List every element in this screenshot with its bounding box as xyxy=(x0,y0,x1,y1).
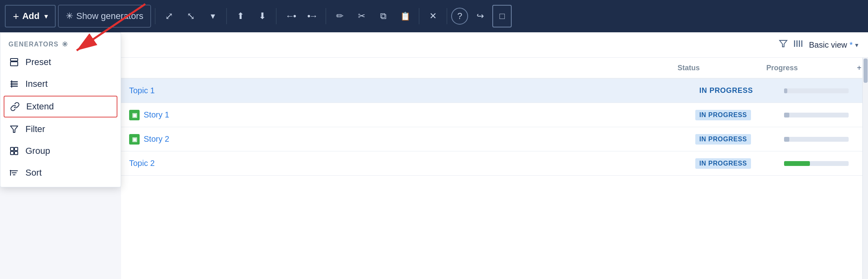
status-badge: IN PROGRESS xyxy=(695,158,751,169)
sort-label: Sort xyxy=(25,168,42,178)
row-name-cell: Topic 1 xyxy=(121,86,690,95)
scroll-thumb[interactable] xyxy=(864,59,868,83)
group-label: Group xyxy=(25,146,50,156)
delete-icon[interactable]: ✕ xyxy=(423,5,443,27)
collapse-arrows-icon[interactable]: ⤡ xyxy=(181,5,201,27)
status-cell: IN PROGRESS xyxy=(690,134,779,145)
filter-button[interactable] xyxy=(778,39,788,51)
progress-bar-fill xyxy=(784,113,789,117)
toolbar-separator-2 xyxy=(226,8,227,24)
status-cell: IN PROGRESS xyxy=(690,158,779,169)
group-icon xyxy=(8,146,20,156)
svg-rect-10 xyxy=(10,147,14,151)
progress-cell xyxy=(779,113,868,117)
preset-menu-item[interactable]: Preset xyxy=(0,51,121,73)
main-content: GENERATORS ✳ Preset xyxy=(0,32,868,279)
progress-bar-bg xyxy=(784,88,849,93)
row-name-text: Topic 1 xyxy=(129,86,155,95)
expand-arrows-icon[interactable]: ⤢ xyxy=(159,5,179,27)
filter-label: Filter xyxy=(25,124,45,134)
scrollbar[interactable] xyxy=(862,58,868,279)
forward-icon[interactable]: •→ xyxy=(302,5,322,27)
table-row[interactable]: Topic 1 IN PROGRESS xyxy=(121,79,868,103)
svg-rect-11 xyxy=(15,147,18,151)
extend-menu-item[interactable]: Extend xyxy=(4,96,117,117)
scissors-icon[interactable]: ✂ xyxy=(352,5,371,27)
paste-icon[interactable]: 📋 xyxy=(395,5,415,27)
add-button[interactable]: + Add ▾ xyxy=(5,5,56,27)
view-controls: Basic view* ▾ xyxy=(121,32,868,58)
view-dropdown-button[interactable]: Basic view* ▾ xyxy=(809,40,858,50)
extend-icon xyxy=(9,102,21,111)
copy-icon[interactable]: ⧉ xyxy=(374,5,393,27)
status-cell: IN PROGRESS xyxy=(690,110,779,120)
row-name-cell: Topic 2 xyxy=(121,159,690,168)
svg-rect-3 xyxy=(10,62,18,66)
table-header: Status Progress + xyxy=(121,58,868,79)
table-area: Basic view* ▾ Status Progress + Topic 1 … xyxy=(121,32,868,279)
table-row[interactable]: Topic 2 IN PROGRESS xyxy=(121,151,868,176)
insert-menu-item[interactable]: Insert xyxy=(0,73,121,95)
progress-cell xyxy=(779,88,868,93)
svg-marker-18 xyxy=(780,40,787,47)
toolbar-separator-5 xyxy=(419,8,419,24)
square-icon[interactable]: □ xyxy=(492,5,512,27)
sort-menu-item[interactable]: Sort xyxy=(0,162,121,184)
toolbar-separator-4 xyxy=(326,8,326,24)
insert-label: Insert xyxy=(25,79,48,89)
toolbar-separator-1 xyxy=(155,8,155,24)
filter-icon xyxy=(8,124,20,134)
edit-icon[interactable]: ✏ xyxy=(330,5,349,27)
insert-icon xyxy=(8,79,20,89)
table-row[interactable]: ▣ Story 2 IN PROGRESS xyxy=(121,127,868,151)
back-icon[interactable]: ←• xyxy=(280,5,300,27)
add-plus-icon: + xyxy=(13,10,19,23)
move-up-icon[interactable]: ⬆ xyxy=(231,5,250,27)
view-label: Basic view xyxy=(809,40,847,50)
progress-bar-bg xyxy=(784,137,849,142)
table-row[interactable]: ▣ Story 1 IN PROGRESS xyxy=(121,103,868,127)
row-name-text: Story 1 xyxy=(144,110,169,120)
row-name-text: Story 2 xyxy=(144,134,169,144)
progress-bar-fill xyxy=(784,88,787,93)
generators-label: GENERATORS xyxy=(8,41,59,48)
status-column-header: Status xyxy=(673,64,761,72)
status-badge: IN PROGRESS xyxy=(695,85,757,96)
progress-bar-bg xyxy=(784,113,849,117)
show-generators-button[interactable]: ✳ Show generators xyxy=(58,5,151,27)
toolbar-separator-6 xyxy=(447,8,447,24)
progress-bar-fill xyxy=(784,161,810,166)
help-icon[interactable]: ? xyxy=(451,8,468,25)
status-badge: IN PROGRESS xyxy=(695,134,751,145)
add-label: Add xyxy=(22,11,40,21)
preset-label: Preset xyxy=(25,57,51,67)
add-chevron-icon: ▾ xyxy=(44,13,48,20)
show-generators-label: Show generators xyxy=(76,11,143,21)
extend-label: Extend xyxy=(26,101,54,112)
status-badge: IN PROGRESS xyxy=(695,110,751,120)
row-name-text: Topic 2 xyxy=(129,159,155,168)
status-cell: IN PROGRESS xyxy=(690,85,779,96)
progress-bar-bg xyxy=(784,161,849,166)
toolbar-separator-3 xyxy=(276,8,276,24)
view-asterisk: * xyxy=(849,40,853,50)
columns-button[interactable] xyxy=(793,39,804,51)
progress-cell xyxy=(779,161,868,166)
filter-menu-item[interactable]: Filter xyxy=(0,118,121,140)
row-name-cell: ▣ Story 2 xyxy=(121,134,690,145)
wand-icon: ✳ xyxy=(66,11,73,21)
group-menu-item[interactable]: Group xyxy=(0,140,121,162)
generators-wand-icon: ✳ xyxy=(62,40,68,49)
export-icon[interactable]: ↪ xyxy=(471,5,490,27)
story-icon: ▣ xyxy=(129,110,140,120)
generators-section-header: GENERATORS ✳ xyxy=(0,36,121,51)
table-container: Status Progress + Topic 1 IN PROGRESS xyxy=(121,58,868,279)
move-down-icon[interactable]: ⬇ xyxy=(253,5,272,27)
generators-dropdown: GENERATORS ✳ Preset xyxy=(0,32,121,187)
sort-icon xyxy=(8,168,20,178)
row-name-cell: ▣ Story 1 xyxy=(121,110,690,120)
story-icon: ▣ xyxy=(129,134,140,145)
chevron-down-icon[interactable]: ▾ xyxy=(203,5,222,27)
progress-bar-fill xyxy=(784,137,789,142)
view-chevron-icon: ▾ xyxy=(855,41,858,49)
